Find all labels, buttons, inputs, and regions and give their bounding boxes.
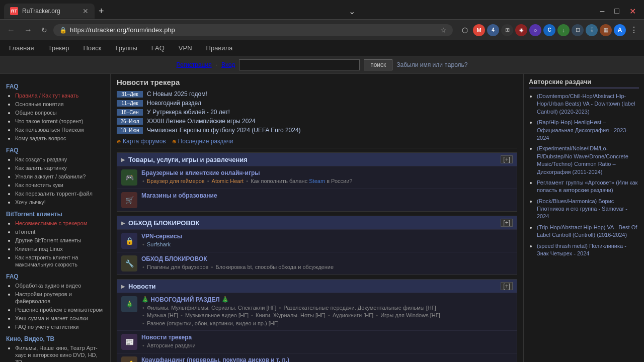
ext4-icon[interactable]: ○: [529, 24, 541, 36]
ext3-icon[interactable]: ◉: [515, 24, 527, 36]
ext5-icon[interactable]: C: [543, 24, 555, 36]
sidebar-item-stats-faq[interactable]: FAQ по учёту статистики: [15, 324, 78, 330]
author-dist-5[interactable]: (Rock/Blues/Harmonica) Борис Плотников и…: [537, 198, 627, 220]
crowdfunding-link[interactable]: Краудфандинг (переводы, покупка дисков и…: [141, 356, 289, 362]
author-dist-2[interactable]: (Rap/Hip-Hop) HелligНøst – Официальная Д…: [537, 119, 628, 141]
news-date-4: 26–Июл: [117, 118, 143, 125]
subcategory-shop-title: Магазины и образование: [141, 192, 513, 199]
profile-icon[interactable]: A: [614, 24, 626, 36]
tab-close-btn[interactable]: ✕: [83, 7, 89, 15]
sidebar-item-rules[interactable]: Правила / Как тут качать: [15, 93, 78, 99]
news-text-5: Чемпионат Европы по футболу 2024 (UEFA E…: [147, 127, 301, 134]
register-link[interactable]: Регистрация: [177, 61, 212, 68]
sidebar-item-incompatible[interactable]: Несовместимые с трекером: [15, 220, 87, 226]
sidebar-item-reupload[interactable]: Как перезалить торрент-файл: [15, 191, 93, 197]
reload-button[interactable]: ↻: [38, 25, 50, 35]
games-icon: 🎮: [121, 169, 137, 186]
forum-map-link[interactable]: ⊕ Карта форумов: [117, 138, 166, 145]
ext9-icon[interactable]: ▦: [600, 24, 612, 36]
nav-vpn[interactable]: VPN: [176, 42, 195, 54]
sidebar-item-general-q[interactable]: Общие вопросы: [15, 110, 57, 116]
nav-groups[interactable]: Группы: [112, 42, 140, 54]
author-dist-6[interactable]: (Trip-Hop/Abstract Hip-Hop) VA - Best Of…: [537, 224, 637, 238]
expand-btn-2[interactable]: [+]: [501, 219, 513, 227]
sidebar-item-linux-bt[interactable]: Клиенты под Linux: [15, 246, 63, 252]
atomic-heart-link[interactable]: Atomic Heart: [212, 178, 244, 184]
sidebar-item-cookies[interactable]: Как почистить куки: [15, 182, 63, 188]
sidebar-item-setup-bt[interactable]: Как настроить клиент на максимальную ско…: [15, 254, 78, 267]
games-link[interactable]: Браузерные и клиентские онлайн-игры: [141, 169, 260, 176]
nav-home[interactable]: Главная: [6, 42, 37, 54]
surfshark-link[interactable]: Surfshark: [147, 241, 171, 247]
newyr-section-link[interactable]: 🎄 НОВОГОДНИЙ РАЗДЕЛ 🎄: [141, 296, 229, 303]
tracker-news-link[interactable]: Новости трекера: [141, 334, 192, 341]
ext6-icon[interactable]: ↓: [557, 24, 570, 36]
sidebar-item-concepts[interactable]: Основные понятия: [15, 101, 64, 107]
forgot-password-link[interactable]: Забыли имя или пароль?: [396, 61, 467, 68]
category-title-1: Товары, услуги, игры и развлечения: [128, 156, 498, 163]
url-input[interactable]: [70, 26, 437, 34]
gmail-icon[interactable]: M: [473, 24, 485, 36]
sidebar-item-hash[interactable]: Хеш-сумма и магнет-ссылки: [15, 315, 88, 321]
menu-icon[interactable]: ⋮: [628, 24, 640, 36]
tab-title: RuTracker.org: [22, 8, 60, 15]
sidebar-video-title: Кино, Видео, ТВ: [6, 335, 104, 342]
expand-btn-1[interactable]: [+]: [501, 155, 513, 163]
url-bar[interactable]: 🔒 ☆: [53, 24, 453, 36]
vpn-services-link[interactable]: VPN-сервисы: [141, 233, 182, 240]
sidebar-item-audio-video[interactable]: Обработка аудио и видео: [15, 283, 81, 289]
window-maximize-btn[interactable]: □: [610, 6, 623, 17]
sidebar-item-other-bt[interactable]: Другие BitTorrent клиенты: [15, 237, 81, 243]
category-header-2[interactable]: ▶ ОБХОД БЛОКИРОВОК [+]: [117, 216, 517, 229]
ext1-icon[interactable]: 4: [487, 24, 499, 36]
category-header-3[interactable]: ▶ Новости [+]: [117, 280, 517, 293]
forward-button[interactable]: →: [21, 25, 35, 36]
nav-search[interactable]: Поиск: [80, 42, 104, 54]
login-link[interactable]: Вход: [221, 61, 235, 68]
browser-gamer-link[interactable]: Браузер для геймеров: [147, 178, 205, 184]
ext7-icon[interactable]: ⊡: [572, 24, 584, 36]
expand-btn-3[interactable]: [+]: [501, 282, 513, 290]
sidebar-item-rank[interactable]: Хочу лычку!: [15, 199, 46, 205]
bypass-link[interactable]: ОБХОД БЛОКИРОВОК: [141, 255, 207, 262]
steam-link[interactable]: Steam: [309, 178, 325, 184]
new-tab-button[interactable]: +: [95, 6, 108, 17]
plugins-text: Плагины для браузеров: [147, 264, 209, 270]
sidebar-item-ask[interactable]: Кому задать вопрос: [15, 135, 66, 141]
shop-link[interactable]: Магазины и образование: [141, 192, 217, 199]
window-close-btn[interactable]: ✕: [625, 6, 640, 17]
nav-rules[interactable]: Правила: [203, 42, 236, 54]
sidebar-item-upload-img[interactable]: Как залить картинку: [15, 165, 67, 171]
triangle-icon-3: ▶: [121, 284, 125, 289]
sidebar-item-routers[interactable]: Настройки роутеров и файерволлов: [15, 291, 72, 304]
recent-torrents-link[interactable]: ⊕ Последние раздачи: [172, 138, 233, 145]
ny-books-text: Книги. Журналы. Ноты [НГ]: [256, 312, 326, 318]
browser-tab[interactable]: RT RuTracker.org ✕: [4, 4, 95, 19]
nav-faq[interactable]: FAQ: [148, 42, 168, 54]
author-dist-3[interactable]: (Experimental/Noise/IDM/Lo-Fi/Dubstep/No…: [537, 145, 628, 174]
nav-tracker[interactable]: Трекер: [45, 42, 72, 54]
back-button[interactable]: ←: [4, 25, 18, 36]
author-dist-7[interactable]: (speed thrash metal) Поликлиника - Знак …: [537, 243, 626, 256]
sidebar-item-banned[interactable]: Угнали аккаунт / забанили?: [15, 173, 86, 179]
news-item-5: 18–Июн Чемпионат Европы по футболу 2024 …: [117, 127, 517, 134]
pip-icon[interactable]: ⬡: [459, 24, 471, 36]
dot-2: •: [207, 178, 209, 184]
sidebar-item-create-dist[interactable]: Как создать раздачу: [15, 156, 67, 162]
author-dist-1[interactable]: (Downtempo/Chill-Hop/Abstract Hip-Hop/Ur…: [537, 93, 635, 115]
sidebar-item-pc-problems[interactable]: Решение проблем с компьютером: [15, 307, 103, 313]
ext2-icon[interactable]: ⊞: [501, 24, 513, 36]
sidebar-item-films[interactable]: Фильмы, Наше кино, Театр Арт-хаус и авто…: [15, 345, 98, 362]
search-button[interactable]: поиск: [364, 59, 392, 70]
sidebar-item-torrent-what[interactable]: Что такое torrent (торрент): [15, 118, 83, 124]
sidebar-item-utorrent[interactable]: uTorrent: [15, 229, 35, 235]
window-minimize-btn[interactable]: –: [596, 6, 608, 17]
category-header-1[interactable]: ▶ Товары, услуги, игры и развлечения [+]: [117, 153, 517, 166]
sidebar-item-use-search[interactable]: Как пользоваться Поиском: [15, 127, 84, 133]
tab-minimize-btn[interactable]: ⌄: [345, 6, 359, 17]
dot-ny1: •: [142, 305, 144, 311]
search-input[interactable]: [239, 59, 360, 70]
ext8-icon[interactable]: ↧: [586, 24, 598, 36]
author-dist-4[interactable]: Регламент группы «Артсовет» (Или как поп…: [537, 179, 637, 193]
bookmark-icon[interactable]: ☆: [440, 26, 447, 34]
